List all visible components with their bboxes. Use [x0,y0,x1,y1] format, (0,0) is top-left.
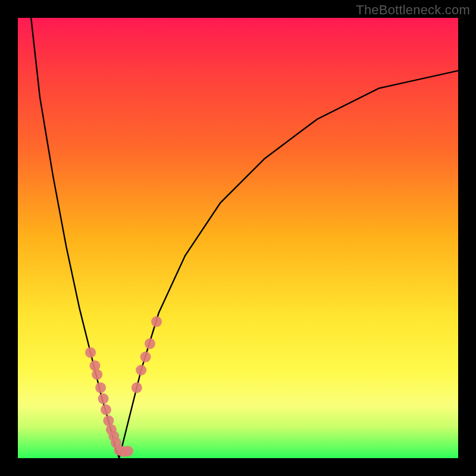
marker-left-cluster [98,393,109,404]
marker-left-cluster [85,347,96,358]
marker-right-cluster [151,317,162,327]
marker-right-cluster [131,383,142,393]
marker-left-cluster [92,369,102,380]
chart-frame: TheBottleneck.com [0,0,476,476]
marker-left-cluster [123,446,133,456]
marker-left-cluster [95,383,106,393]
marker-left-cluster [101,405,111,415]
curve-layer [18,18,458,458]
marker-right-cluster [136,365,146,375]
marker-right-cluster [145,339,155,349]
plot-area [18,18,458,458]
curve-left-branch [31,18,119,458]
watermark-text: TheBottleneck.com [356,2,470,18]
curve-right-branch [119,71,458,458]
marker-right-cluster [140,352,151,362]
